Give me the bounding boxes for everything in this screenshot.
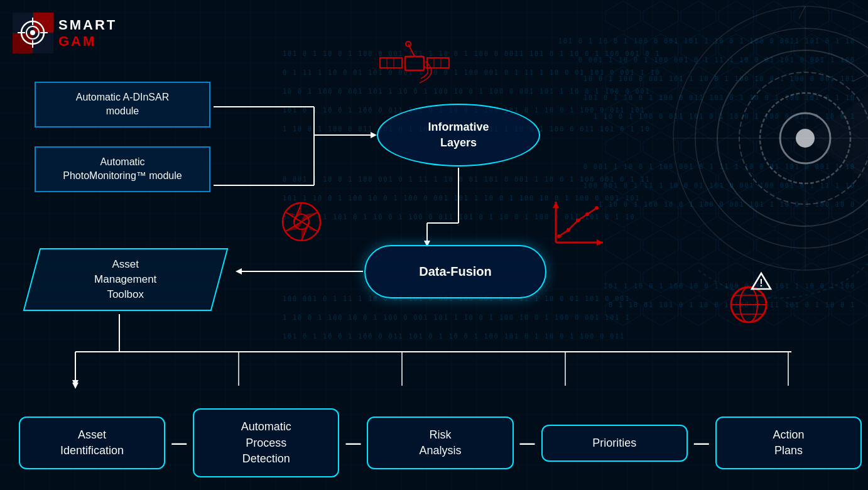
workflow-container: Asset Identification — Automatic Process… <box>19 408 862 477</box>
photomonitoring-label: Automatic PhotoMonitoring™ module <box>63 156 182 181</box>
dinsar-module: Automatic A-DInSAR module <box>35 82 210 128</box>
automatic-process-detection-box: Automatic Process Detection <box>193 408 339 477</box>
asset-toolbox-label: Asset Management Toolbox <box>94 257 156 302</box>
risk-analysis-box: Risk Analysis <box>367 416 513 469</box>
photomonitoring-module: Automatic PhotoMonitoring™ module <box>35 146 210 192</box>
dash-1: — <box>165 434 193 452</box>
asset-identification-label: Asset Identification <box>60 428 124 457</box>
asset-toolbox-inner: Asset Management Toolbox <box>23 248 229 311</box>
asset-toolbox-node: Asset Management Toolbox <box>25 245 226 314</box>
dinsar-label: Automatic A-DInSAR module <box>76 92 170 116</box>
priorities-label: Priorities <box>592 437 636 449</box>
action-plans-box: Action Plans <box>715 416 862 469</box>
data-fusion-node: Data-Fusion <box>364 245 546 298</box>
informative-layers-label: Informative Layers <box>428 119 489 151</box>
dash-3: — <box>514 434 541 452</box>
main-content: Automatic A-DInSAR module Automatic Phot… <box>0 0 868 490</box>
informative-layers-node: Informative Layers <box>377 104 540 166</box>
risk-analysis-label: Risk Analysis <box>419 428 461 457</box>
data-fusion-label: Data-Fusion <box>419 264 492 279</box>
input-modules: Automatic A-DInSAR module Automatic Phot… <box>35 82 210 211</box>
dash-2: — <box>339 434 367 452</box>
automatic-process-detection-label: Automatic Process Detection <box>241 420 291 464</box>
asset-identification-box: Asset Identification <box>19 416 165 469</box>
priorities-box: Priorities <box>541 425 688 462</box>
dash-4: — <box>688 434 715 452</box>
action-plans-label: Action Plans <box>773 428 804 457</box>
